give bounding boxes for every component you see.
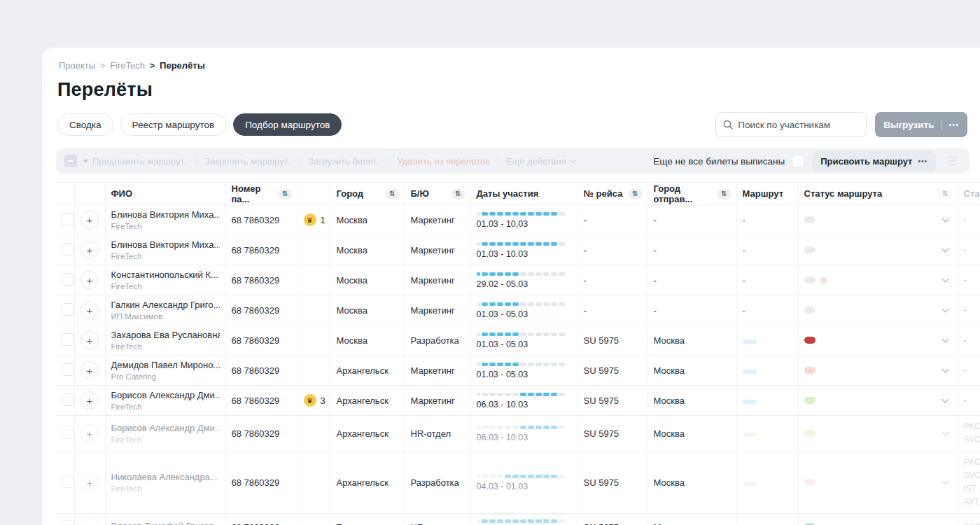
select-all-checkbox[interactable] bbox=[64, 155, 77, 167]
participation-bar bbox=[477, 363, 572, 366]
status-badge[interactable] bbox=[804, 337, 816, 344]
sort-icon[interactable]: ⇅ bbox=[629, 189, 641, 199]
filter-icon[interactable] bbox=[944, 153, 961, 169]
upload-ticket-button[interactable]: Загрузить билет.. bbox=[308, 156, 381, 167]
participation-dates: 01.03 - 10.03 bbox=[477, 249, 572, 259]
flight-number-cell: SU 5975 bbox=[578, 326, 648, 356]
header-status: Статус маршрута⇅ bbox=[798, 183, 958, 205]
status-badge[interactable] bbox=[804, 397, 816, 404]
passport-number: 68 7860329 bbox=[225, 451, 298, 514]
search-input[interactable] bbox=[738, 120, 859, 130]
status-badge[interactable] bbox=[804, 367, 816, 374]
participation-bar bbox=[477, 426, 572, 429]
table-row: + Галкин Александр Григо... ИП Максимов … bbox=[56, 295, 980, 326]
row-checkbox[interactable] bbox=[62, 273, 74, 286]
business-unit-cell: Маркетинг bbox=[405, 386, 470, 416]
status-badge[interactable] bbox=[804, 430, 816, 437]
expand-row-button[interactable]: + bbox=[80, 518, 99, 525]
tab-summary[interactable]: Сводка bbox=[57, 113, 113, 136]
row-checkbox[interactable] bbox=[62, 213, 74, 225]
participant-company: FireTech bbox=[111, 484, 220, 493]
participant-company: FireTech bbox=[111, 282, 220, 290]
participation-bar bbox=[477, 212, 572, 216]
sort-icon[interactable]: ⇅ bbox=[939, 189, 951, 199]
row-checkbox[interactable] bbox=[62, 333, 74, 346]
participation-dates: 01.03 - 05.03 bbox=[477, 309, 572, 319]
participant-name: Константинопольский К... bbox=[111, 270, 220, 280]
chevron-down-icon[interactable] bbox=[941, 276, 948, 283]
status-badge[interactable] bbox=[804, 276, 816, 284]
route-type-badge: - bbox=[743, 216, 746, 225]
participation-bar bbox=[477, 302, 572, 306]
participation-bar bbox=[477, 519, 572, 523]
assign-route-button[interactable]: Присвоить маршрут ••• bbox=[812, 151, 936, 172]
chevron-down-icon[interactable] bbox=[941, 306, 948, 313]
expand-row-button[interactable]: + bbox=[80, 271, 99, 289]
route-type-badge: - bbox=[743, 276, 746, 286]
chevron-down-icon[interactable] bbox=[941, 478, 948, 485]
expand-row-button[interactable]: + bbox=[80, 301, 99, 319]
ticket-status-cell: - bbox=[958, 265, 980, 295]
sort-icon[interactable]: ⇅ bbox=[279, 189, 291, 199]
chevron-down-icon[interactable] bbox=[941, 523, 948, 525]
row-checkbox[interactable] bbox=[62, 303, 74, 316]
participant-name: Николаева Александра... bbox=[111, 472, 220, 482]
row-checkbox[interactable] bbox=[62, 426, 74, 439]
search-box[interactable] bbox=[715, 112, 867, 137]
departure-city-cell: - bbox=[648, 205, 736, 235]
business-unit-cell: Маркетинг bbox=[405, 205, 470, 235]
select-dropdown-caret-icon[interactable] bbox=[83, 160, 88, 163]
export-button[interactable]: Выгрузить ••• bbox=[875, 112, 967, 137]
sort-icon[interactable]: ⇅ bbox=[718, 189, 730, 199]
header-depart: Город отправ...⇅ bbox=[648, 183, 736, 205]
participation-bar bbox=[477, 332, 572, 336]
expand-row-button[interactable]: + bbox=[80, 473, 99, 491]
expand-row-button[interactable]: + bbox=[80, 211, 99, 229]
chevron-down-icon[interactable] bbox=[941, 216, 948, 223]
status-badge[interactable] bbox=[804, 479, 816, 486]
tickets-filter-checkbox[interactable] bbox=[792, 155, 805, 168]
row-checkbox[interactable] bbox=[62, 243, 74, 255]
departure-city-cell: Москва bbox=[648, 451, 736, 514]
expand-row-button[interactable]: + bbox=[80, 241, 99, 259]
flight-number-cell: - bbox=[578, 205, 648, 235]
chevron-down-icon[interactable] bbox=[941, 246, 948, 253]
propose-route-button[interactable]: Предложить маршрут.. bbox=[92, 156, 188, 167]
route-type-badge bbox=[743, 482, 757, 486]
departure-city-cell: - bbox=[648, 235, 736, 265]
header-select bbox=[56, 183, 74, 205]
more-actions-button[interactable]: Еще действия bbox=[506, 156, 566, 167]
participant-name: Галкин Александр Григо... bbox=[111, 300, 220, 310]
sort-icon[interactable]: ⇅ bbox=[386, 189, 398, 199]
status-badge[interactable] bbox=[804, 307, 816, 314]
row-checkbox[interactable] bbox=[62, 475, 74, 488]
row-checkbox[interactable] bbox=[62, 393, 74, 406]
passport-number: 68 7860329 bbox=[225, 514, 298, 525]
fix-route-button[interactable]: Закрепить маршрут.. bbox=[204, 156, 292, 167]
passport-number: 68 7860329 bbox=[225, 326, 298, 356]
status-badge[interactable] bbox=[804, 216, 816, 223]
sort-icon[interactable]: ⇅ bbox=[451, 189, 464, 199]
header-passport: Номер па...⇅ bbox=[225, 183, 298, 205]
table-row: + Борисов Александр Дми... FireTech 68 7… bbox=[56, 416, 980, 451]
participant-name: Захарова Ева Руслановна bbox=[111, 330, 220, 340]
tab-route-selection[interactable]: Подбор маршрутов bbox=[233, 113, 342, 136]
chevron-down-icon[interactable] bbox=[941, 396, 948, 403]
row-checkbox[interactable] bbox=[62, 520, 74, 525]
expand-row-button[interactable]: + bbox=[80, 391, 99, 410]
bulk-actions-toolbar: Предложить маршрут.. Закрепить маршрут..… bbox=[56, 148, 969, 174]
row-checkbox[interactable] bbox=[62, 363, 74, 376]
chevron-down-icon[interactable] bbox=[941, 429, 948, 436]
tab-route-registry[interactable]: Реестр маршрутов bbox=[120, 113, 227, 136]
expand-row-button[interactable]: + bbox=[80, 361, 99, 379]
status-badge[interactable] bbox=[804, 246, 816, 253]
city-cell: Архангельск bbox=[330, 416, 405, 451]
breadcrumb-firetech[interactable]: FireTech bbox=[110, 60, 145, 71]
expand-row-button[interactable]: + bbox=[80, 424, 99, 442]
route-type-badge bbox=[743, 433, 757, 437]
breadcrumb-projects[interactable]: Проекты bbox=[59, 60, 95, 71]
expand-row-button[interactable]: + bbox=[80, 331, 99, 349]
chevron-down-icon[interactable] bbox=[941, 366, 948, 373]
chevron-down-icon[interactable] bbox=[941, 336, 948, 343]
remove-from-flights-button[interactable]: Удалить из перелетов bbox=[397, 156, 490, 167]
